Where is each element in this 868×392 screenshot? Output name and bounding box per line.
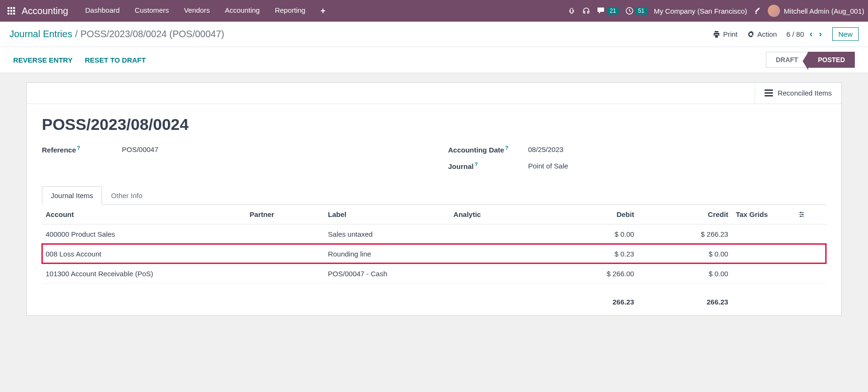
main-navbar: Accounting Dashboard Customers Vendors A…: [0, 0, 868, 22]
total-debit: 266.23: [544, 283, 638, 315]
col-account[interactable]: Account: [42, 205, 246, 224]
control-bar: Journal Entries / POSS/2023/08/0024 (POS…: [0, 22, 868, 47]
apps-icon[interactable]: [4, 7, 19, 15]
table-row[interactable]: 008 Loss AccountRounding line$ 0.23$ 0.0…: [42, 244, 826, 264]
pager-count: 6 / 80: [786, 30, 804, 38]
cell-empty: [795, 224, 826, 244]
new-button[interactable]: New: [832, 27, 859, 41]
action-button[interactable]: Action: [747, 30, 777, 38]
cell-label[interactable]: Sales untaxed: [324, 224, 450, 244]
cell-empty: [795, 244, 826, 264]
tab-other-info[interactable]: Other Info: [102, 186, 151, 205]
cell-label[interactable]: Rounding line: [324, 244, 450, 264]
cell-partner[interactable]: [246, 264, 324, 283]
reference-label: Reference?: [42, 145, 122, 154]
nav-customers[interactable]: Customers: [127, 6, 176, 16]
record-title: POSS/2023/08/0024: [42, 115, 826, 134]
pager-next[interactable]: ›: [818, 29, 823, 39]
gear-icon: [747, 31, 755, 38]
col-label[interactable]: Label: [324, 205, 450, 224]
reconciled-items-button[interactable]: Reconciled Items: [755, 83, 841, 104]
reconciled-label: Reconciled Items: [778, 88, 832, 98]
messages-badge: 21: [607, 7, 619, 15]
nav-reporting[interactable]: Reporting: [267, 6, 313, 16]
table-totals-row: 266.23 266.23: [42, 283, 826, 315]
cell-debit[interactable]: $ 0.23: [544, 244, 638, 264]
cell-credit[interactable]: $ 0.00: [638, 244, 732, 264]
debug-icon[interactable]: [568, 7, 575, 15]
nav-menu: Dashboard Customers Vendors Accounting R…: [78, 6, 333, 16]
svg-point-3: [800, 216, 802, 217]
breadcrumb-root[interactable]: Journal Entries: [9, 29, 72, 40]
cell-account[interactable]: 008 Loss Account: [42, 244, 246, 264]
col-settings[interactable]: [795, 205, 826, 224]
journal-label: Journal?: [448, 161, 528, 170]
cell-account[interactable]: 400000 Product Sales: [42, 224, 246, 244]
col-credit[interactable]: Credit: [638, 205, 732, 224]
cell-analytic[interactable]: [450, 264, 544, 283]
cell-label[interactable]: POS/00047 - Cash: [324, 264, 450, 283]
breadcrumb-current: POSS/2023/08/0024 (POS/00047): [80, 29, 224, 40]
avatar: [768, 5, 780, 17]
cell-taxgrids[interactable]: [732, 264, 795, 283]
print-icon: [713, 31, 720, 38]
reset-to-draft-button[interactable]: RESET TO DRAFT: [85, 56, 146, 64]
svg-point-2: [802, 214, 804, 215]
cell-account[interactable]: 101300 Account Receivable (PoS): [42, 264, 246, 283]
form-sheet: Reconciled Items POSS/2023/08/0024 Refer…: [26, 82, 842, 316]
cell-credit[interactable]: $ 266.23: [638, 224, 732, 244]
accounting-date-value[interactable]: 08/25/2023: [528, 145, 564, 153]
nav-right: 21 51 My Company (San Francisco) Mitchel…: [568, 5, 864, 17]
col-analytic[interactable]: Analytic: [450, 205, 544, 224]
svg-point-1: [800, 212, 802, 213]
activities-icon[interactable]: 51: [625, 7, 647, 15]
cell-partner[interactable]: [246, 244, 324, 264]
cell-debit[interactable]: $ 266.00: [544, 264, 638, 283]
nav-add[interactable]: +: [313, 6, 333, 16]
messages-icon[interactable]: 21: [597, 7, 619, 15]
col-partner[interactable]: Partner: [246, 205, 324, 224]
cell-taxgrids[interactable]: [732, 224, 795, 244]
breadcrumb: Journal Entries / POSS/2023/08/0024 (POS…: [9, 29, 224, 40]
tab-journal-items[interactable]: Journal Items: [42, 186, 102, 205]
nav-vendors[interactable]: Vendors: [176, 6, 217, 16]
cell-debit[interactable]: $ 0.00: [544, 224, 638, 244]
col-debit[interactable]: Debit: [544, 205, 638, 224]
cell-analytic[interactable]: [450, 224, 544, 244]
accounting-date-label: Accounting Date?: [448, 145, 528, 154]
status-draft[interactable]: DRAFT: [766, 52, 808, 68]
table-row[interactable]: 400000 Product SalesSales untaxed$ 0.00$…: [42, 224, 826, 244]
total-credit: 266.23: [638, 283, 732, 315]
activities-badge: 51: [635, 7, 647, 15]
settings-icon: [798, 211, 805, 217]
status-posted[interactable]: POSTED: [808, 52, 855, 68]
reference-value[interactable]: POS/00047: [122, 145, 159, 153]
app-brand[interactable]: Accounting: [22, 6, 68, 16]
user-name: Mitchell Admin (Aug_001): [784, 7, 864, 15]
pager-prev[interactable]: ‹: [809, 29, 813, 39]
journal-items-table: Account Partner Label Analytic Debit Cre…: [42, 205, 826, 315]
support-icon[interactable]: [582, 7, 590, 15]
company-switcher[interactable]: My Company (San Francisco): [654, 7, 747, 15]
cell-taxgrids[interactable]: [732, 244, 795, 264]
cell-analytic[interactable]: [450, 244, 544, 264]
nav-accounting[interactable]: Accounting: [217, 6, 267, 16]
user-menu[interactable]: Mitchell Admin (Aug_001): [768, 5, 864, 17]
table-row[interactable]: 101300 Account Receivable (PoS)POS/00047…: [42, 264, 826, 283]
print-button[interactable]: Print: [713, 30, 738, 38]
cell-credit[interactable]: $ 0.00: [638, 264, 732, 283]
tools-icon[interactable]: [754, 7, 761, 15]
tabs: Journal Items Other Info: [42, 186, 826, 205]
list-icon: [764, 89, 773, 96]
nav-dashboard[interactable]: Dashboard: [78, 6, 127, 16]
journal-value[interactable]: Point of Sale: [528, 162, 568, 170]
reverse-entry-button[interactable]: REVERSE ENTRY: [13, 56, 72, 64]
breadcrumb-sep: /: [75, 29, 78, 40]
cell-partner[interactable]: [246, 224, 324, 244]
status-bar: REVERSE ENTRY RESET TO DRAFT DRAFT POSTE…: [0, 47, 868, 73]
col-taxgrids[interactable]: Tax Grids: [732, 205, 795, 224]
pager: 6 / 80 ‹ ›: [786, 29, 823, 39]
cell-empty: [795, 264, 826, 283]
